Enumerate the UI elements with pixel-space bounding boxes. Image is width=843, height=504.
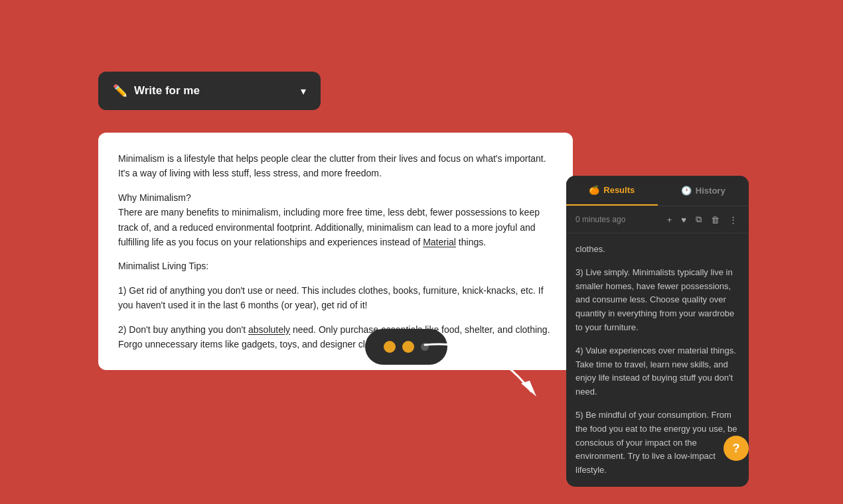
content-item-3: 5) Be mindful of your consumption. From … [575, 409, 739, 477]
help-button[interactable]: ? [724, 436, 749, 461]
dot-1 [384, 341, 396, 353]
panel-tabs: 🍊 Results 🕐 History [566, 176, 749, 206]
main-text-card: Minimalism is a lifestyle that helps peo… [98, 133, 573, 370]
paragraph-intro: Minimalism is a lifestyle that helps peo… [118, 151, 553, 181]
tab-history-label: History [696, 186, 726, 196]
tip-2: 2) Don't buy anything you don't absolute… [118, 322, 553, 352]
material-link[interactable]: Material [423, 237, 456, 247]
heading-tips: Minimalist Living Tips: [118, 259, 553, 273]
history-tab-icon: 🕐 [681, 186, 692, 196]
chevron-down-icon: ▾ [301, 85, 306, 97]
tip-1: 1) Get rid of anything you don't use or … [118, 283, 553, 313]
loading-dots-bubble [365, 329, 447, 365]
add-button[interactable]: + [665, 214, 674, 226]
dot-3 [421, 343, 429, 351]
tab-history[interactable]: 🕐 History [658, 176, 749, 206]
trash-button[interactable]: 🗑 [709, 214, 722, 226]
svg-marker-0 [521, 381, 536, 397]
copy-button[interactable]: ⧉ [694, 213, 704, 226]
content-item-1: 3) Live simply. Minimalists typically li… [575, 266, 739, 335]
tab-results[interactable]: 🍊 Results [566, 176, 658, 206]
content-item-0: clothes. [575, 243, 739, 257]
tab-results-label: Results [603, 185, 635, 195]
write-for-me-label: Write for me [134, 84, 200, 97]
content-item-2: 4) Value experiences over material thing… [575, 344, 739, 399]
absolutely-link[interactable]: absolutely [248, 324, 290, 335]
toolbar-actions: + ♥ ⧉ 🗑 ⋮ [665, 213, 739, 226]
more-button[interactable]: ⋮ [727, 214, 739, 226]
write-for-me-dropdown[interactable]: ✏️ Write for me ▾ [98, 72, 321, 110]
help-button-label: ? [733, 442, 740, 456]
toolbar-timestamp: 0 minutes ago [575, 215, 625, 224]
panel-toolbar: 0 minutes ago + ♥ ⧉ 🗑 ⋮ [566, 206, 749, 233]
results-tab-icon: 🍊 [589, 185, 599, 195]
results-panel: 🍊 Results 🕐 History 0 minutes ago + ♥ ⧉ … [566, 176, 749, 487]
panel-content: clothes. 3) Live simply. Minimalists typ… [566, 233, 749, 487]
heading-why-minimalism: Why Minimalism? There are many benefits … [118, 190, 553, 250]
dot-2 [402, 341, 414, 353]
heart-button[interactable]: ♥ [679, 214, 688, 226]
pencil-icon: ✏️ [113, 84, 127, 98]
